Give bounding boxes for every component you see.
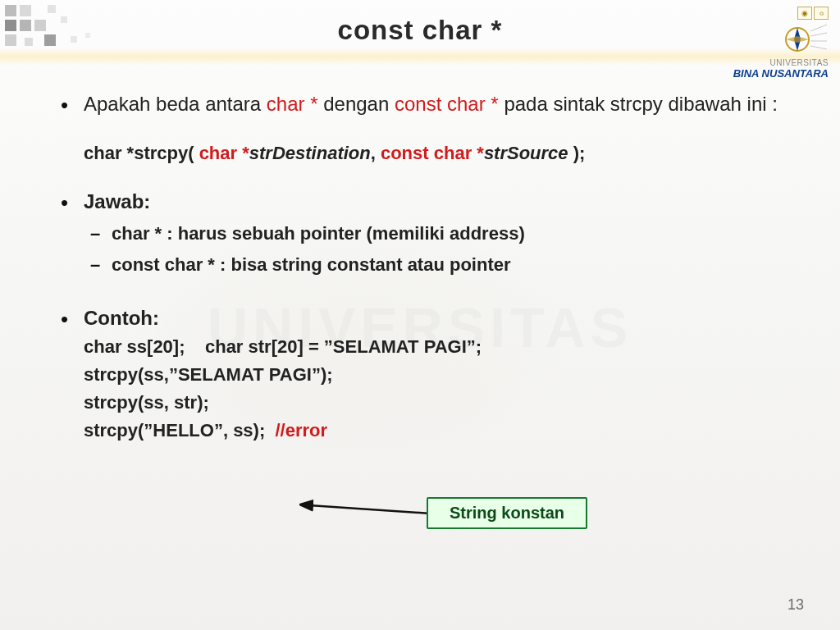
q-text-1: Apakah beda antara [84, 93, 267, 115]
logo-line2: BINA NUSANTARA [733, 67, 829, 80]
func-c: strDestination [249, 143, 371, 163]
func-f: strSource [484, 143, 568, 163]
jawab-head: Jawab: [84, 190, 150, 212]
header-shine [0, 48, 840, 66]
compass-icon [779, 21, 829, 57]
slide-content: Apakah beda antara char * dengan const c… [56, 90, 791, 453]
logo-line1: UNIVERSITAS [770, 58, 829, 67]
func-b: char * [199, 143, 249, 163]
code-line-1: char ss[20]; char str[20] = ”SELAMAT PAG… [84, 333, 791, 361]
code-line-3: strcpy(ss, str); [84, 389, 791, 417]
jawab-line-2: const char * : bisa string constant atau… [84, 252, 791, 278]
svg-line-1 [810, 25, 827, 31]
func-g: ); [568, 143, 586, 163]
svg-line-2 [810, 33, 827, 36]
callout-box: String konstan [427, 497, 587, 529]
svg-line-5 [309, 505, 431, 514]
code-line-4b: //error [275, 420, 327, 441]
q-text-2: dengan [323, 93, 395, 115]
code-line-4a: strcpy(”HELLO”, ss); [84, 420, 275, 441]
svg-line-4 [810, 46, 827, 49]
page-number: 13 [788, 596, 804, 614]
q-text-3: pada sintak strcpy dibawah ini : [504, 93, 778, 115]
code-block: char ss[20]; char str[20] = ”SELAMAT PAG… [84, 333, 791, 445]
function-signature: char *strcpy( char *strDestination, cons… [84, 140, 791, 167]
func-d: , [371, 143, 381, 163]
code-line-4: strcpy(”HELLO”, ss); //error [84, 417, 791, 445]
university-logo: ◉⌾ UNIVERSITAS BINA NUSANTARA [733, 7, 829, 80]
logo-badge-icons: ◉⌾ [733, 7, 829, 20]
func-a: char *strcpy( [84, 143, 199, 163]
jawab-block: Jawab: char * : harus sebuah pointer (me… [56, 188, 791, 279]
contoh-head: Contoh: [84, 307, 159, 329]
slide-title: const char * [0, 15, 840, 46]
code-line-2: strcpy(ss,”SELAMAT PAGI”); [84, 361, 791, 389]
contoh-block: Contoh: char ss[20]; char str[20] = ”SEL… [56, 304, 791, 445]
q-red-1: char * [267, 93, 323, 115]
slide: UNIVERSITAS const char * ◉⌾ UNIVERSITAS [0, 0, 840, 630]
jawab-line-1: char * : harus sebuah pointer (memiliki … [84, 221, 791, 247]
callout-arrow [299, 499, 439, 548]
q-red-2: const char * [395, 93, 504, 115]
question-line: Apakah beda antara char * dengan const c… [56, 90, 791, 119]
func-e: const char * [381, 143, 484, 163]
